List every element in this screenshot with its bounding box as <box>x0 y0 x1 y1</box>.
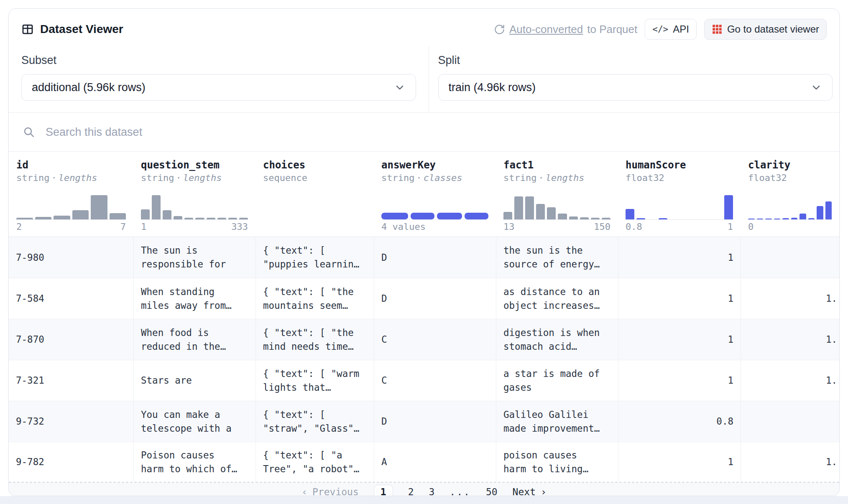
api-button[interactable]: </> API <box>645 19 697 40</box>
column-header-clarity: clarity float32 0 <box>741 152 839 237</box>
column-type: string·classes <box>381 172 488 184</box>
cell-clarity <box>741 401 839 442</box>
axis-max: 333 <box>231 221 248 233</box>
page-bottom-strip <box>0 496 848 504</box>
cell-fact1: poison causes harm to living… <box>496 442 618 482</box>
subset-cell: Subset additional (5.96k rows) <box>9 46 429 112</box>
previous-label: Previous <box>312 486 359 496</box>
column-header-answerkey: answerKey string·classes 4 values <box>374 152 496 237</box>
cell-clarity: 1. <box>741 442 839 482</box>
page-button-1[interactable]: 1 <box>374 485 393 496</box>
column-type: float32 <box>748 172 832 184</box>
cell-humanscore: 1 <box>618 360 741 401</box>
next-label: Next <box>513 486 536 496</box>
subset-split-controls: Subset additional (5.96k rows) Split tra… <box>9 46 839 113</box>
column-name: clarity <box>748 158 832 172</box>
cell-answerkey: D <box>374 237 496 278</box>
cell-humanscore: 1 <box>618 442 741 482</box>
chevron-down-icon <box>810 81 822 93</box>
cell-answerkey: A <box>374 442 496 482</box>
cell-fact1: as distance to an object increases… <box>496 278 618 319</box>
grid-icon <box>712 24 723 35</box>
chevron-left-icon: ‹ <box>301 486 307 496</box>
cell-question-stem: When standing miles away from… <box>133 278 255 319</box>
subset-select[interactable]: additional (5.96k rows) <box>21 74 416 101</box>
split-label: Split <box>438 53 833 67</box>
column-header-question-stem: question_stem string·lengths 1333 <box>133 152 255 237</box>
table-row: 7-321 Stars are { "text": [ "warm lights… <box>9 360 839 401</box>
column-histogram <box>16 189 126 220</box>
cell-id: 9-732 <box>9 401 133 442</box>
api-button-label: API <box>673 23 689 35</box>
auto-converted-text: Auto-converted <box>509 23 583 36</box>
cell-answerkey: D <box>374 401 496 442</box>
cell-answerkey: D <box>374 278 496 319</box>
subset-selected-value: additional (5.96k rows) <box>32 81 146 94</box>
column-name: question_stem <box>141 158 248 172</box>
column-name: fact1 <box>503 158 610 172</box>
go-to-dataset-viewer-button[interactable]: Go to dataset viewer <box>704 19 827 40</box>
cell-question-stem: Stars are <box>133 360 255 401</box>
cell-humanscore: 1 <box>618 278 741 319</box>
column-name: answerKey <box>381 158 488 172</box>
column-type: string·lengths <box>503 172 610 184</box>
cell-clarity: 1. <box>741 360 839 401</box>
card-header: Dataset Viewer Auto-converted to Parquet… <box>9 9 839 46</box>
column-header-fact1: fact1 string·lengths 13150 <box>496 152 618 237</box>
axis-min: 1 <box>141 221 146 233</box>
cell-question-stem: The sun is responsible for <box>133 237 255 278</box>
cell-choices: { "text": [ "the mind needs time… <box>255 319 374 360</box>
cell-answerkey: C <box>374 360 496 401</box>
axis-min: 2 <box>16 221 22 233</box>
table-row: 9-782 Poison causes harm to which of… { … <box>9 442 839 483</box>
header-actions: Auto-converted to Parquet </> API Go to … <box>494 19 827 40</box>
axis-min: 0.8 <box>626 221 642 233</box>
chevron-down-icon <box>394 81 406 93</box>
auto-converted-link[interactable]: Auto-converted to Parquet <box>494 23 637 36</box>
cell-choices: { "text": [ "warm lights that… <box>255 360 374 401</box>
column-type: string·lengths <box>16 172 126 184</box>
cell-choices: { "text": [ "puppies learnin… <box>255 237 374 278</box>
cell-fact1: the sun is the source of energy… <box>496 237 618 278</box>
cell-fact1: digestion is when stomach acid… <box>496 319 618 360</box>
title-wrap: Dataset Viewer <box>21 22 123 36</box>
column-name: humanScore <box>626 158 733 172</box>
cell-id: 7-584 <box>9 278 133 319</box>
cell-humanscore: 1 <box>618 237 741 278</box>
cell-question-stem: Poison causes harm to which of… <box>133 442 255 482</box>
cell-question-stem: When food is reduced in the… <box>133 319 255 360</box>
cell-choices: { "text": [ "straw", "Glass"… <box>255 401 374 442</box>
next-button[interactable]: Next › <box>513 486 547 496</box>
axis-max: 150 <box>594 221 610 233</box>
column-type: string·lengths <box>141 172 248 184</box>
column-header-humanscore: humanScore float32 0.81 <box>618 152 741 237</box>
column-type: sequence <box>263 172 366 184</box>
page-button-3[interactable]: 3 <box>429 486 435 496</box>
column-name: choices <box>263 158 366 172</box>
column-histogram <box>503 189 610 220</box>
page-button-50[interactable]: 50 <box>486 486 498 496</box>
cell-answerkey: C <box>374 319 496 360</box>
table-icon <box>21 23 34 36</box>
table-row: 9-732 You can make a telescope with a { … <box>9 401 839 442</box>
axis-min: 4 values <box>381 221 426 233</box>
axis-min: 13 <box>503 221 515 233</box>
go-to-dataset-viewer-label: Go to dataset viewer <box>727 23 819 35</box>
axis-max: 1 <box>728 221 733 233</box>
cell-id: 7-980 <box>9 237 133 278</box>
dataset-viewer-card: Dataset Viewer Auto-converted to Parquet… <box>8 8 840 496</box>
table-body: 7-980 The sun is responsible for { "text… <box>9 237 839 483</box>
split-select[interactable]: train (4.96k rows) <box>438 74 833 101</box>
split-selected-value: train (4.96k rows) <box>449 81 536 94</box>
cell-fact1: Galileo Galilei made improvement… <box>496 401 618 442</box>
search-input[interactable] <box>45 125 826 139</box>
page-button-2[interactable]: 2 <box>408 486 414 496</box>
cell-clarity: 1. <box>741 319 839 360</box>
previous-button[interactable]: ‹ Previous <box>301 486 359 496</box>
column-histogram <box>748 189 832 220</box>
page-ellipsis: ... <box>450 486 471 496</box>
search-row <box>9 113 839 152</box>
column-header-id: id string·lengths 27 <box>9 152 133 237</box>
subset-label: Subset <box>21 53 416 67</box>
search-icon <box>22 125 36 139</box>
